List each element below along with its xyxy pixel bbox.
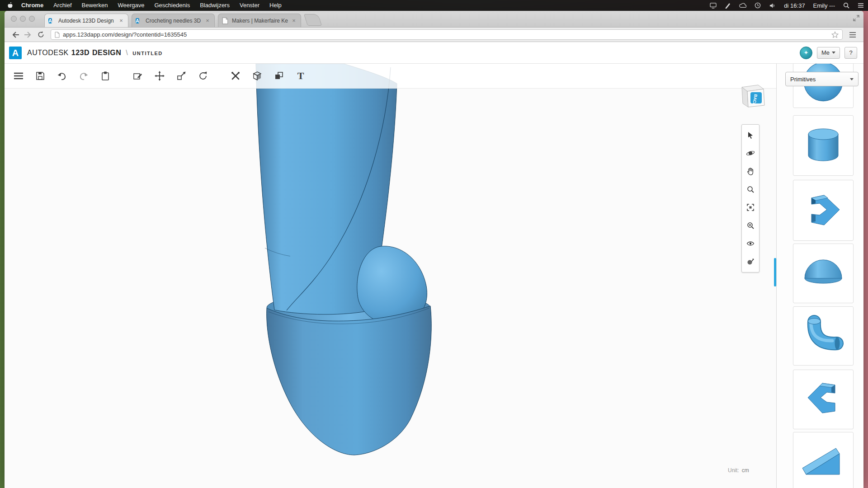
app-brand: AUTODESK 123D DESIGN \ UNTITLED	[27, 49, 163, 57]
zoom-window-button[interactable]	[29, 16, 35, 22]
menu-help[interactable]: Help	[264, 0, 287, 11]
menubar-user-label[interactable]: Emily ---	[809, 2, 839, 9]
tab-autodesk-123d[interactable]: A Autodesk 123D Design ×	[44, 14, 128, 27]
account-badge-icon[interactable]: ✦	[800, 47, 812, 59]
clock-icon[interactable]	[750, 2, 765, 9]
menu-geschiedenis[interactable]: Geschiedenis	[149, 0, 195, 11]
header-actions: ✦ Me ?	[800, 47, 857, 59]
model-canvas[interactable]: BACK	[5, 64, 776, 488]
move-icon[interactable]	[152, 67, 167, 85]
paste-icon[interactable]	[98, 67, 113, 85]
main-toolbar: T	[5, 64, 776, 89]
menu-weergave[interactable]: Weergave	[113, 0, 149, 11]
page-icon	[55, 32, 60, 38]
pan-tool-icon[interactable]	[743, 162, 758, 180]
tab-close-icon[interactable]: ×	[118, 18, 124, 24]
me-menu-button[interactable]: Me	[817, 47, 840, 59]
help-button[interactable]: ?	[844, 47, 857, 59]
notification-list-icon[interactable]	[854, 3, 868, 8]
display-icon[interactable]	[706, 3, 721, 9]
macos-menubar: Chrome Archief Bewerken Weergave Geschie…	[0, 0, 868, 11]
minimize-window-button[interactable]	[20, 16, 26, 22]
menu-bladwijzers[interactable]: Bladwijzers	[195, 0, 235, 11]
browser-menu-icon[interactable]	[846, 29, 859, 40]
tab-favicon-123d: A	[48, 17, 56, 24]
fullscreen-arrows-icon[interactable]	[853, 14, 860, 22]
primitive-card-corner-bracket[interactable]	[793, 370, 854, 429]
chevron-down-icon	[832, 52, 835, 54]
tab-crocheting-needles[interactable]: A Crocheting needles 3D Mo ×	[132, 14, 215, 27]
snap-icon[interactable]	[228, 67, 243, 85]
primitives-dropdown[interactable]: Primitives	[785, 72, 859, 86]
fit-view-icon[interactable]	[743, 198, 758, 216]
primitive-card-elbow-pipe[interactable]	[793, 306, 854, 366]
autodesk-logo: A	[9, 47, 22, 59]
forward-button[interactable]	[22, 29, 34, 40]
volume-icon[interactable]	[765, 3, 780, 9]
me-label: Me	[821, 49, 830, 56]
zoom-window-icon[interactable]	[743, 216, 758, 235]
menu-bewerken[interactable]: Bewerken	[77, 0, 113, 11]
spotlight-icon[interactable]	[839, 2, 854, 9]
primitive-card-cylinder[interactable]	[793, 115, 854, 176]
scale-icon[interactable]	[174, 67, 189, 85]
app-content: BACK	[5, 64, 863, 488]
tab-title: Makers | Makerfaire Kerkra	[232, 18, 288, 24]
cloud-icon[interactable]	[735, 3, 750, 8]
text-tool-icon[interactable]: T	[293, 67, 308, 85]
brand-123d: 123D	[71, 49, 90, 57]
save-icon[interactable]	[33, 67, 48, 85]
brand-separator: \	[126, 49, 128, 57]
menu-icon[interactable]	[11, 67, 26, 85]
bookmark-star-icon[interactable]	[831, 31, 839, 38]
browser-window: A Autodesk 123D Design × A Crocheting ne…	[5, 11, 863, 488]
sketch-icon[interactable]	[130, 67, 146, 85]
primitive-card-elbow-duct[interactable]	[793, 180, 854, 241]
address-bar: apps.123dapp.com/design/?contentid=16355…	[5, 28, 863, 42]
menubar-clock-label[interactable]: di 16:37	[780, 2, 809, 9]
navigation-palette	[741, 124, 760, 272]
url-field[interactable]: apps.123dapp.com/design/?contentid=16355…	[51, 29, 843, 40]
brand-design: DESIGN	[92, 49, 121, 57]
text-tool-label: T	[297, 70, 304, 82]
primitives-dropdown-label: Primitives	[790, 76, 816, 83]
tab-close-icon[interactable]: ×	[291, 18, 297, 24]
reload-button[interactable]	[34, 29, 47, 40]
panel-scroll-indicator[interactable]	[774, 258, 776, 286]
apple-menu-icon[interactable]	[0, 2, 16, 9]
menu-venster[interactable]: Venster	[235, 0, 264, 11]
crochet-handle-model[interactable]	[253, 64, 439, 459]
document-title: UNTITLED	[132, 51, 162, 56]
back-button[interactable]	[9, 29, 22, 40]
tab-title: Autodesk 123D Design	[58, 18, 115, 24]
app-header: A AUTODESK 123D DESIGN \ UNTITLED ✦ Me ?	[5, 42, 863, 64]
unit-value: cm	[742, 467, 749, 474]
unit-label-text: Unit:	[728, 467, 739, 474]
chevron-down-icon	[850, 78, 854, 80]
tab-makerfaire[interactable]: Makers | Makerfaire Kerkra ×	[218, 14, 301, 27]
menu-archief[interactable]: Archief	[48, 0, 76, 11]
visibility-eye-icon[interactable]	[743, 235, 758, 253]
rotate-icon[interactable]	[195, 67, 211, 85]
primitive-card-hemisphere[interactable]	[793, 244, 854, 303]
zoom-tool-icon[interactable]	[743, 180, 758, 198]
tab-favicon-page	[222, 17, 229, 24]
combine-icon[interactable]	[271, 67, 287, 85]
menu-chrome[interactable]: Chrome	[16, 0, 48, 11]
select-tool-icon[interactable]	[743, 126, 758, 144]
primitive-card-wedge[interactable]	[793, 432, 854, 488]
new-tab-button[interactable]	[304, 14, 322, 26]
construct-icon[interactable]	[250, 67, 265, 85]
redo-icon[interactable]	[76, 67, 91, 85]
undo-icon[interactable]	[54, 67, 70, 85]
tab-strip: A Autodesk 123D Design × A Crocheting ne…	[5, 11, 863, 28]
material-tool-icon[interactable]	[743, 253, 758, 271]
pen-icon[interactable]	[721, 2, 735, 9]
tab-favicon-crochet: A	[136, 17, 143, 24]
tab-close-icon[interactable]: ×	[204, 18, 211, 24]
view-cube[interactable]: BACK	[737, 80, 766, 108]
orbit-tool-icon[interactable]	[743, 144, 758, 162]
close-window-button[interactable]	[11, 16, 17, 22]
brand-autodesk: AUTODESK	[27, 49, 69, 57]
primitives-panel: Primitives	[776, 64, 863, 488]
